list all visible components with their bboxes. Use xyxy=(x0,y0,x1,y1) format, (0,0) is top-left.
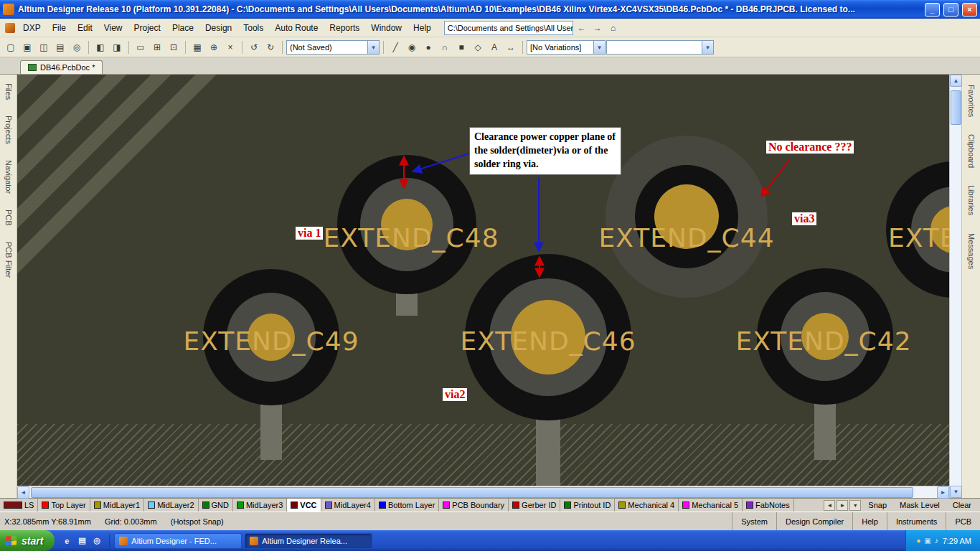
place-dimension-icon[interactable]: ↔ xyxy=(503,39,519,55)
layer-tab[interactable]: LS xyxy=(0,499,38,512)
snap-button[interactable]: Snap xyxy=(862,500,892,510)
task-button[interactable]: Altium Designer Relea... xyxy=(245,533,372,549)
grid-icon[interactable]: ▦ xyxy=(189,39,205,55)
panel-tab[interactable]: Files xyxy=(3,80,14,103)
layer-tab[interactable]: Top Layer xyxy=(38,499,90,512)
place-string-icon[interactable]: A xyxy=(486,39,502,55)
tray-icon[interactable]: ● xyxy=(916,537,920,545)
menu-item[interactable]: Tools xyxy=(237,20,269,36)
tray-icon[interactable]: ♪ xyxy=(935,537,938,545)
menu-item[interactable]: Project xyxy=(128,20,166,36)
tray-icon[interactable]: ▣ xyxy=(924,537,930,545)
panel-tab[interactable]: Favorites xyxy=(966,82,977,120)
start-button[interactable]: start xyxy=(0,530,55,551)
status-panel-button[interactable]: PCB xyxy=(946,512,980,530)
menu-item[interactable]: View xyxy=(98,20,128,36)
layer-tab[interactable]: VCC xyxy=(287,499,321,512)
close-button[interactable]: × xyxy=(962,3,977,17)
horizontal-scroll-thumb[interactable] xyxy=(31,487,913,498)
panel-tab[interactable]: PCB Filter xyxy=(3,239,14,281)
panel-tab[interactable]: Navigator xyxy=(3,157,14,197)
panel-tab[interactable]: Projects xyxy=(3,113,14,147)
path-combo[interactable]: C:\Documents and Settings\All Users\D ▾ xyxy=(444,21,573,35)
panel-tab[interactable]: Messages xyxy=(966,230,977,272)
pcb-canvas[interactable]: EXTEND_C48 EXTEND_C44 EXTEND_C49 EXTEND_… xyxy=(17,75,949,486)
layer-scroll-left-icon[interactable]: ◄ xyxy=(824,500,835,511)
nav-forward-icon[interactable]: → xyxy=(590,21,605,35)
menu-item[interactable]: Edit xyxy=(72,20,98,36)
pcb-designator[interactable]: EXTEND_C49 xyxy=(183,326,359,356)
pcb-designator[interactable]: EXTE xyxy=(888,223,949,253)
panel-tab[interactable]: PCB xyxy=(3,207,14,229)
menu-item[interactable]: Reports xyxy=(324,20,365,36)
pcb-designator[interactable]: EXTEND_C42 xyxy=(735,326,911,356)
status-panel-button[interactable]: System xyxy=(732,512,776,530)
layer-tab[interactable]: Gerber ID xyxy=(509,499,560,512)
print-icon[interactable]: ▤ xyxy=(52,39,68,55)
scroll-down-icon[interactable]: ▼ xyxy=(950,486,962,498)
chevron-down-icon[interactable]: ▾ xyxy=(367,41,379,54)
place-via-icon[interactable]: ● xyxy=(420,39,436,55)
layer-tab[interactable]: FabNotes xyxy=(743,499,794,512)
menu-item[interactable]: Place xyxy=(166,20,199,36)
via-pad-extend-c44[interactable] xyxy=(606,136,768,298)
layer-tab[interactable]: MidLayer2 xyxy=(144,499,198,512)
vertical-scrollbar[interactable]: ▲ ▼ xyxy=(949,75,961,498)
scroll-left-icon[interactable]: ◄ xyxy=(17,486,29,499)
board-view-icon[interactable]: ◧ xyxy=(93,39,108,55)
horizontal-scrollbar[interactable]: ◄ ► xyxy=(17,486,949,498)
layer-tab[interactable]: Mechanical 5 xyxy=(679,499,743,512)
place-arc-icon[interactable]: ∩ xyxy=(437,39,453,55)
zoom-selected-icon[interactable]: ⊡ xyxy=(166,39,182,55)
track-stub[interactable] xyxy=(260,401,282,460)
clear-button[interactable]: Clear xyxy=(947,500,977,510)
layer-tab[interactable]: Printout ID xyxy=(560,499,615,512)
place-fill-icon[interactable]: ■ xyxy=(453,39,469,55)
status-panel-button[interactable]: Instruments xyxy=(887,512,946,530)
menu-item[interactable]: File xyxy=(47,20,72,36)
quick-launch-icon[interactable]: ◎ xyxy=(90,534,103,547)
document-tab[interactable]: DB46.PcbDoc * xyxy=(20,60,103,74)
new-document-icon[interactable]: ▢ xyxy=(3,39,19,55)
layer-tab[interactable]: PCB Boundary xyxy=(439,499,509,512)
layer-scroll-right-icon[interactable]: ► xyxy=(837,500,848,511)
status-panel-button[interactable]: Design Compiler xyxy=(776,512,852,530)
clear-filter-icon[interactable]: × xyxy=(222,39,238,55)
layer-tab[interactable]: MidLayer3 xyxy=(233,499,287,512)
layer-tab[interactable]: Bottom Layer xyxy=(375,499,439,512)
scroll-up-icon[interactable]: ▲ xyxy=(950,75,962,87)
track-stub[interactable] xyxy=(536,415,560,486)
layer-tab[interactable]: MidLayer1 xyxy=(90,499,144,512)
chevron-down-icon[interactable]: ▾ xyxy=(593,41,605,54)
redo-icon[interactable]: ↻ xyxy=(263,39,278,55)
status-panel-button[interactable]: Help xyxy=(852,512,887,530)
menu-item[interactable]: Design xyxy=(199,20,237,36)
menu-item[interactable]: Window xyxy=(365,20,407,36)
scroll-right-icon[interactable]: ► xyxy=(937,486,949,499)
layer-menu-icon[interactable]: ▾ xyxy=(849,500,861,511)
pcb-designator[interactable]: EXTEND_C46 xyxy=(460,326,636,356)
home-icon[interactable]: ⌂ xyxy=(606,21,621,35)
layer-tab[interactable]: MidLayer4 xyxy=(321,499,375,512)
pcb-designator[interactable]: EXTEND_C44 xyxy=(598,223,774,253)
place-polygon-icon[interactable]: ◇ xyxy=(470,39,486,55)
minimize-button[interactable]: _ xyxy=(925,3,940,17)
save-icon[interactable]: ◫ xyxy=(36,39,52,55)
zoom-area-icon[interactable]: ⊞ xyxy=(149,39,165,55)
place-line-icon[interactable]: ╱ xyxy=(387,39,403,55)
panel-tab[interactable]: Libraries xyxy=(966,182,977,218)
quick-launch-icon[interactable]: ▤ xyxy=(75,534,88,547)
place-pad-icon[interactable]: ◉ xyxy=(404,39,420,55)
layer-tab[interactable]: GND xyxy=(199,499,233,512)
undo-icon[interactable]: ↺ xyxy=(246,39,262,55)
pcb-designator[interactable]: EXTEND_C48 xyxy=(323,223,499,253)
board-3d-icon[interactable]: ◨ xyxy=(109,39,125,55)
variations-combo[interactable]: [No Variations] ▾ xyxy=(527,40,606,55)
panel-tab[interactable]: Clipboard xyxy=(966,131,977,171)
maximize-button[interactable]: □ xyxy=(943,3,958,17)
vertical-scroll-thumb[interactable] xyxy=(951,90,961,125)
print-preview-icon[interactable]: ◎ xyxy=(69,39,85,55)
menu-item[interactable]: Help xyxy=(407,20,437,36)
quick-launch-icon[interactable]: e xyxy=(60,534,73,547)
cross-probe-icon[interactable]: ⊕ xyxy=(206,39,222,55)
